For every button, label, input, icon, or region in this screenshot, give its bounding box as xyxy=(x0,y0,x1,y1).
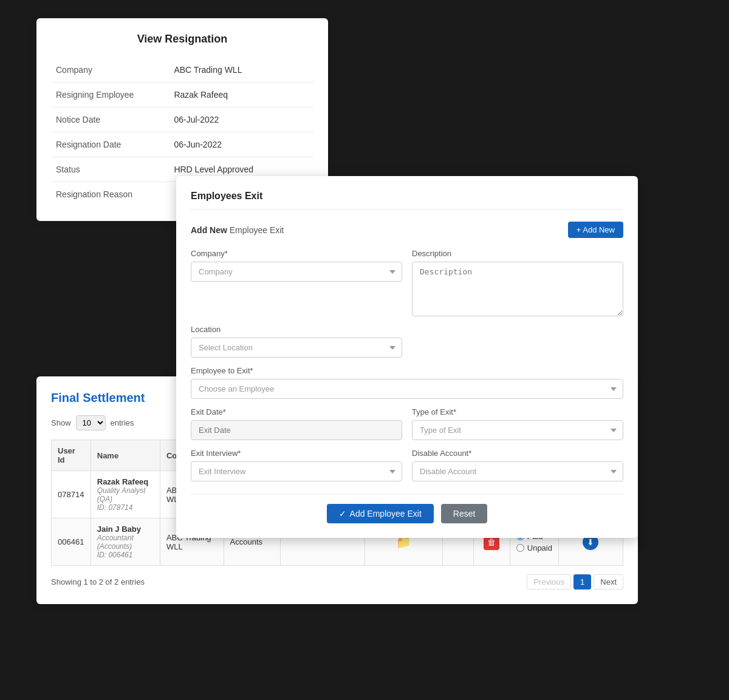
show-label: Show xyxy=(51,418,71,427)
field-label-company: Company xyxy=(51,58,169,83)
pagination-info: Showing 1 to 2 of 2 entries xyxy=(51,577,145,586)
exit-interview-field-group: Exit Interview* Exit Interview xyxy=(191,449,402,481)
type-exit-label: Type of Exit* xyxy=(412,407,623,416)
table-row: Resignation Date 06-Jun-2022 xyxy=(51,132,313,157)
userid-078714: 078714 xyxy=(52,471,91,518)
reset-button[interactable]: Reset xyxy=(441,504,488,523)
disable-account-label: Disable Account* xyxy=(412,449,623,458)
pagination: Previous 1 Next xyxy=(527,574,623,590)
employee-exit-select[interactable]: Choose an Employee xyxy=(191,379,623,399)
field-value-resigning-employee: Razak Rafeeq xyxy=(169,83,313,107)
company-select[interactable]: Company xyxy=(191,262,402,282)
pagination-row: Showing 1 to 2 of 2 entries Previous 1 N… xyxy=(51,574,623,590)
employee-exit-label: Employee to Exit* xyxy=(191,366,623,375)
modal-header: Employees Exit xyxy=(191,191,623,209)
previous-button[interactable]: Previous xyxy=(527,574,571,590)
description-field-group: Description xyxy=(412,249,623,316)
disable-account-field-group: Disable Account* Disable Account xyxy=(412,449,623,481)
entries-select[interactable]: 10 xyxy=(76,415,106,430)
page-1-button[interactable]: 1 xyxy=(573,574,591,590)
add-new-label: Add New Employee Exit xyxy=(191,225,284,235)
userid-006461: 006461 xyxy=(52,518,91,566)
table-row: Resigning Employee Razak Rafeeq xyxy=(51,83,313,107)
type-exit-field-group: Type of Exit* Type of Exit xyxy=(412,407,623,440)
location-field-group: Location Select Location xyxy=(191,325,402,358)
field-label-notice-date: Notice Date xyxy=(51,107,169,132)
show-entries: Show 10 entries xyxy=(51,415,134,430)
modal-footer: ✓ Add Employee Exit Reset xyxy=(191,494,623,523)
exit-date-input[interactable] xyxy=(191,420,402,440)
exit-interview-label: Exit Interview* xyxy=(191,449,402,458)
entries-label: entries xyxy=(111,418,134,427)
employees-exit-modal: Employees Exit Add New Employee Exit + A… xyxy=(176,176,638,538)
field-label-resignation-reason: Resignation Reason xyxy=(51,182,169,207)
company-field-group: Company* Company xyxy=(191,249,402,316)
unpaid-radio-jain[interactable] xyxy=(516,544,524,552)
description-label: Description xyxy=(412,249,623,258)
field-value-resignation-date: 06-Jun-2022 xyxy=(169,132,313,157)
unpaid-radio-label-jain[interactable]: Unpaid xyxy=(516,543,552,552)
table-row: Company ABC Trading WLL xyxy=(51,58,313,83)
add-new-section: Add New Employee Exit + Add New xyxy=(191,222,623,238)
exit-date-label: Exit Date* xyxy=(191,407,402,416)
field-label-resignation-date: Resignation Date xyxy=(51,132,169,157)
field-label-resigning-employee: Resigning Employee xyxy=(51,83,169,107)
col-name: Name xyxy=(91,440,160,471)
add-new-button[interactable]: + Add New xyxy=(568,222,623,238)
employee-name-razak: Razak Rafeeq Quality Analyst (QA) ID: 07… xyxy=(91,471,160,518)
view-resignation-title: View Resignation xyxy=(51,33,313,46)
employee-exit-field-group: Employee to Exit* Choose an Employee xyxy=(191,366,623,399)
description-textarea[interactable] xyxy=(412,262,623,316)
field-value-company: ABC Trading WLL xyxy=(169,58,313,83)
field-label-status: Status xyxy=(51,157,169,182)
exit-interview-select[interactable]: Exit Interview xyxy=(191,461,402,481)
col-userid: User Id xyxy=(52,440,91,471)
location-select[interactable]: Select Location xyxy=(191,338,402,358)
type-exit-select[interactable]: Type of Exit xyxy=(412,420,623,440)
exit-date-field-group: Exit Date* xyxy=(191,407,402,440)
checkmark-icon: ✓ xyxy=(339,509,346,518)
next-button[interactable]: Next xyxy=(594,574,623,590)
company-label: Company* xyxy=(191,249,402,258)
add-employee-exit-button[interactable]: ✓ Add Employee Exit xyxy=(327,504,434,523)
modal-title: Employees Exit xyxy=(191,191,262,202)
table-row: Notice Date 06-Jul-2022 xyxy=(51,107,313,132)
location-label: Location xyxy=(191,325,402,334)
disable-account-select[interactable]: Disable Account xyxy=(412,461,623,481)
employee-name-jain: Jain J Baby Accountant (Accounts) ID: 00… xyxy=(91,518,160,566)
field-value-notice-date: 06-Jul-2022 xyxy=(169,107,313,132)
